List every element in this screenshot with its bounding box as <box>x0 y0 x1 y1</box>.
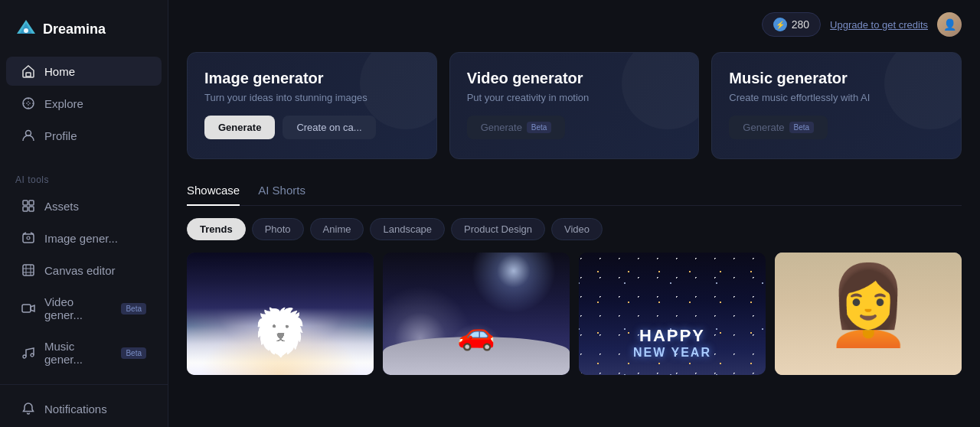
sidebar: Dreamina Home Explore Profile AI tools <box>0 0 168 427</box>
video-gen-card-beta: Beta <box>527 122 552 133</box>
ai-tools-label: AI tools <box>0 170 168 190</box>
avatar[interactable]: 👤 <box>937 12 962 37</box>
main-content: ⚡ 280 Upgrade to get credits 👤 Image gen… <box>168 0 980 427</box>
video-gen-generate-button[interactable]: Generate Beta <box>467 116 566 139</box>
svg-point-4 <box>23 98 34 109</box>
svg-rect-3 <box>26 73 31 77</box>
svg-point-13 <box>27 236 30 240</box>
video-gen-desc: Put your creativity in motion <box>467 92 682 103</box>
home-icon <box>21 64 35 78</box>
music-gen-beta-badge: Beta <box>121 347 146 359</box>
chip-video[interactable]: Video <box>551 218 603 240</box>
generator-cards: Image generator Turn your ideas into stu… <box>187 52 962 159</box>
sidebar-item-notifications[interactable]: Notifications <box>6 394 162 423</box>
sidebar-item-explore-label: Explore <box>44 97 83 110</box>
credits-button[interactable]: ⚡ 280 <box>762 12 821 37</box>
sidebar-item-music-gen-label: Music gener... <box>44 340 112 366</box>
sidebar-item-canvas[interactable]: Canvas editor <box>6 256 162 285</box>
canvas-icon <box>21 263 35 277</box>
assets-icon <box>21 199 35 213</box>
sidebar-item-assets-label: Assets <box>44 200 79 213</box>
chip-trends[interactable]: Trends <box>187 218 246 240</box>
sidebar-item-image-gen-label: Image gener... <box>44 232 118 245</box>
gallery-item-stars[interactable]: HAPPY NEW YEAR <box>579 253 766 375</box>
sidebar-item-video-gen-label: Video gener... <box>44 295 112 321</box>
image-generator-card: Image generator Turn your ideas into stu… <box>187 52 437 159</box>
gallery-item-portrait[interactable]: 🧑‍🦱 <box>775 253 962 375</box>
music-gen-title: Music generator <box>729 70 944 87</box>
svg-rect-10 <box>23 234 34 243</box>
image-gen-actions: Generate Create on ca... <box>204 116 420 139</box>
svg-point-2 <box>24 28 28 33</box>
sidebar-item-assets[interactable]: Assets <box>6 191 162 220</box>
image-gen-generate-button[interactable]: Generate <box>204 116 275 139</box>
sidebar-item-explore[interactable]: Explore <box>6 89 162 118</box>
svg-rect-7 <box>29 200 34 205</box>
svg-rect-14 <box>23 265 34 275</box>
image-gen-desc: Turn your ideas into stunning images <box>204 92 420 103</box>
profile-icon <box>21 129 35 142</box>
chip-anime[interactable]: Anime <box>310 218 364 240</box>
showcase-tabs: Showcase AI Shorts <box>187 178 962 206</box>
upgrade-button[interactable]: Upgrade to get credits <box>830 19 928 31</box>
sidebar-item-home[interactable]: Home <box>6 57 162 86</box>
happy-new-year-text: HAPPY NEW YEAR <box>633 326 711 360</box>
bell-icon <box>21 402 35 416</box>
explore-icon <box>21 96 35 110</box>
avatar-image: 👤 <box>937 12 962 37</box>
dreamina-logo-icon <box>15 18 37 40</box>
logo-text: Dreamina <box>43 21 106 37</box>
svg-point-21 <box>31 354 34 357</box>
svg-rect-6 <box>23 200 28 205</box>
video-gen-beta-badge: Beta <box>121 303 146 315</box>
music-gen-actions: Generate Beta <box>729 116 944 139</box>
image-gen-title: Image generator <box>204 70 420 87</box>
moon-surface <box>383 337 570 375</box>
sidebar-item-video-gen[interactable]: Video gener... Beta <box>6 288 162 329</box>
gallery-item-car[interactable] <box>383 253 570 375</box>
gallery-item-lion[interactable] <box>187 253 374 375</box>
chip-landscape[interactable]: Landscape <box>370 218 445 240</box>
music-generator-card: Music generator Create music effortlessl… <box>711 52 962 159</box>
svg-rect-9 <box>29 207 34 211</box>
filter-chips: Trends Photo Anime Landscape Product Des… <box>187 218 962 240</box>
svg-point-20 <box>23 355 26 358</box>
sidebar-item-home-label: Home <box>44 65 75 78</box>
image-gen-icon <box>21 231 35 245</box>
music-gen-icon <box>21 346 35 360</box>
sidebar-item-music-gen[interactable]: Music gener... Beta <box>6 332 162 373</box>
music-gen-card-beta: Beta <box>789 122 815 133</box>
music-gen-generate-button[interactable]: Generate Beta <box>729 116 828 139</box>
video-generator-card: Video generator Put your creativity in m… <box>449 52 700 159</box>
chip-product-design[interactable]: Product Design <box>451 218 545 240</box>
topbar: ⚡ 280 Upgrade to get credits 👤 <box>187 12 962 37</box>
svg-rect-8 <box>23 207 28 211</box>
svg-rect-19 <box>22 305 31 312</box>
logo: Dreamina <box>0 12 168 55</box>
tab-ai-shorts[interactable]: AI Shorts <box>258 178 305 206</box>
video-gen-actions: Generate Beta <box>467 116 682 139</box>
sidebar-item-canvas-label: Canvas editor <box>44 264 116 277</box>
credits-count: 280 <box>792 18 809 31</box>
chip-photo[interactable]: Photo <box>252 218 304 240</box>
sidebar-item-notifications-label: Notifications <box>44 403 107 416</box>
credits-icon: ⚡ <box>773 18 787 31</box>
sidebar-item-profile[interactable]: Profile <box>6 121 162 150</box>
sidebar-divider-bottom <box>0 384 168 385</box>
video-gen-icon <box>21 302 35 315</box>
sidebar-item-profile-label: Profile <box>44 129 77 142</box>
gallery: HAPPY NEW YEAR 🧑‍🦱 <box>187 253 962 375</box>
tab-showcase[interactable]: Showcase <box>187 178 240 206</box>
image-gen-canvas-button[interactable]: Create on ca... <box>283 116 375 139</box>
sidebar-item-image-gen[interactable]: Image gener... <box>6 223 162 253</box>
video-gen-title: Video generator <box>467 70 682 87</box>
music-gen-desc: Create music effortlessly with AI <box>729 92 944 103</box>
